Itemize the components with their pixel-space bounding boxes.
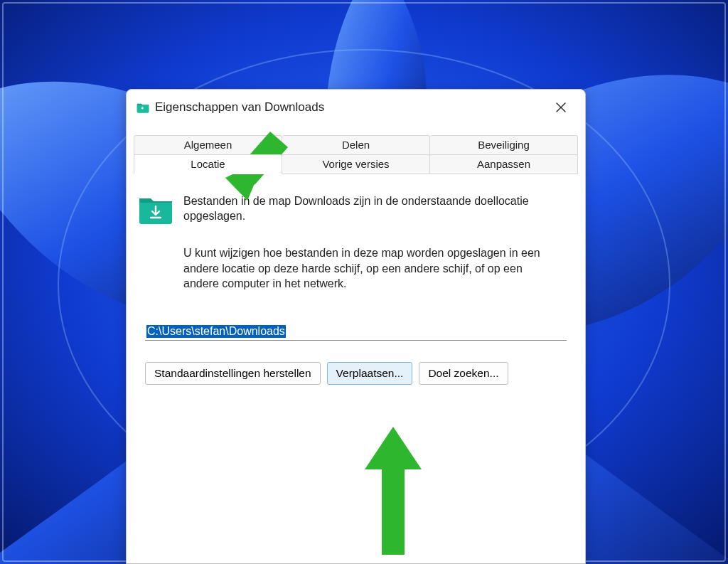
properties-dialog: Eigenschappen van Downloads Algemeen Del…: [126, 89, 586, 564]
description-secondary: U kunt wijzigen hoe bestanden in deze ma…: [183, 245, 546, 292]
tab-vorige-versies[interactable]: Vorige versies: [282, 154, 430, 174]
find-target-button[interactable]: Doel zoeken...: [419, 362, 508, 385]
restore-defaults-button[interactable]: Standaardinstellingen herstellen: [145, 362, 321, 385]
titlebar: Eigenschappen van Downloads: [127, 90, 585, 121]
window-title: Eigenschappen van Downloads: [155, 100, 547, 115]
downloads-folder-icon: [138, 194, 173, 224]
tabs: Algemeen Delen Beveiliging Locatie Vorig…: [127, 121, 585, 174]
folder-icon: [136, 102, 149, 113]
desktop: Eigenschappen van Downloads Algemeen Del…: [0, 0, 728, 564]
tab-beveiliging[interactable]: Beveiliging: [430, 135, 578, 155]
tab-aanpassen[interactable]: Aanpassen: [430, 154, 578, 174]
location-path-input[interactable]: C:\Users\stefan\Downloads: [145, 323, 567, 341]
move-button[interactable]: Verplaatsen...: [327, 362, 413, 385]
close-icon: [555, 102, 567, 113]
description-primary: Bestanden in de map Downloads zijn in de…: [183, 194, 574, 224]
button-row: Standaardinstellingen herstellen Verplaa…: [145, 362, 567, 385]
tab-content: Bestanden in de map Downloads zijn in de…: [127, 174, 585, 385]
close-button[interactable]: [547, 97, 575, 117]
tab-locatie[interactable]: Locatie: [134, 154, 282, 174]
path-field-row: C:\Users\stefan\Downloads: [145, 323, 567, 341]
tab-delen[interactable]: Delen: [282, 135, 430, 155]
tab-algemeen[interactable]: Algemeen: [134, 135, 282, 155]
location-path-value: C:\Users\stefan\Downloads: [146, 325, 286, 338]
